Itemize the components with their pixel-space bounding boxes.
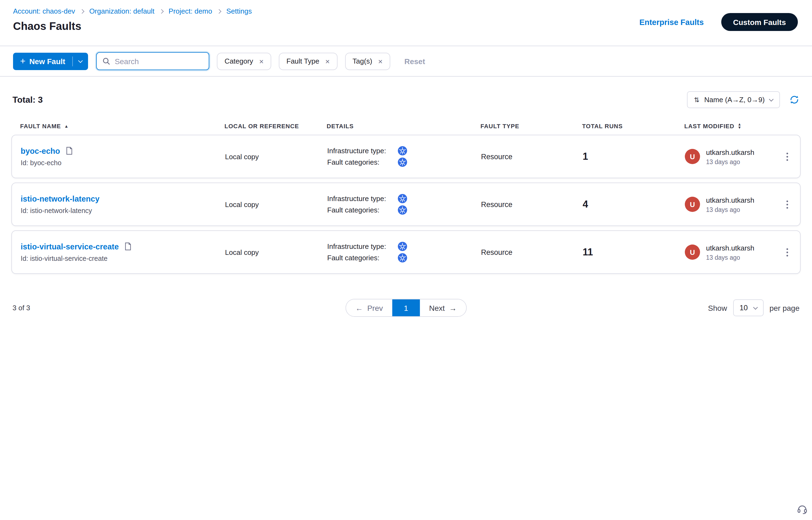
breadcrumb-account[interactable]: Account: chaos-dev bbox=[13, 7, 75, 15]
filter-category[interactable]: Category × bbox=[217, 52, 271, 70]
row-menu-button[interactable] bbox=[783, 149, 791, 164]
column-label: FAULT TYPE bbox=[480, 123, 519, 129]
close-icon[interactable]: × bbox=[259, 57, 263, 65]
details-cell: Infrastructure type: Fault categories: bbox=[327, 145, 481, 169]
modified-date: 13 days ago bbox=[706, 158, 754, 165]
last-modified-cell: U utkarsh.utkarsh 13 days ago bbox=[685, 196, 774, 213]
fault-id: Id: istio-network-latency bbox=[21, 207, 225, 214]
column-total-runs: TOTAL RUNS bbox=[582, 123, 684, 129]
chevron-down-icon bbox=[753, 305, 758, 309]
infrastructure-type-label: Infrastructure type: bbox=[327, 195, 398, 203]
enterprise-faults-link[interactable]: Enterprise Faults bbox=[639, 18, 704, 26]
breadcrumb-project[interactable]: Project: demo bbox=[169, 7, 212, 15]
total-runs-value: 1 bbox=[583, 151, 685, 162]
kubernetes-icon bbox=[398, 147, 407, 156]
next-label: Next bbox=[429, 304, 445, 312]
column-fault-name[interactable]: FAULT NAME ▲ bbox=[20, 123, 225, 129]
avatar: U bbox=[685, 149, 700, 164]
fault-name-cell: istio-virtual-service-create Id: istio-v… bbox=[21, 242, 225, 262]
avatar: U bbox=[685, 197, 700, 212]
sort-dropdown[interactable]: ⇅ Name (A→Z, 0→9) bbox=[687, 91, 780, 108]
filter-fault-type[interactable]: Fault Type × bbox=[279, 52, 337, 70]
pagination-range: 3 of 3 bbox=[12, 304, 30, 312]
main-content: Total: 3 ⇅ Name (A→Z, 0→9) bbox=[0, 77, 812, 317]
new-fault-dropdown-button[interactable] bbox=[73, 52, 88, 70]
fault-type-value: Resource bbox=[481, 248, 583, 256]
new-fault-split-button: + New Fault bbox=[13, 52, 88, 70]
chevron-right-icon bbox=[217, 9, 222, 14]
breadcrumb-settings[interactable]: Settings bbox=[226, 7, 252, 15]
sort-label: Name (A→Z, 0→9) bbox=[704, 96, 765, 104]
search-box bbox=[96, 52, 209, 70]
chevron-right-icon bbox=[159, 9, 164, 14]
fault-categories-label: Fault categories: bbox=[327, 206, 398, 214]
close-icon[interactable]: × bbox=[378, 57, 383, 65]
details-cell: Infrastructure type: Fault categories: bbox=[327, 240, 481, 264]
manifest-icon bbox=[66, 147, 73, 155]
column-label: LAST MODIFIED bbox=[684, 123, 734, 129]
page-size-select[interactable]: 10 bbox=[733, 300, 763, 316]
header-actions: Enterprise Faults Custom Faults bbox=[639, 13, 798, 31]
refresh-icon bbox=[789, 95, 800, 105]
new-fault-button[interactable]: + New Fault bbox=[13, 52, 72, 70]
infrastructure-type-label: Infrastructure type: bbox=[327, 147, 398, 155]
column-label: FAULT NAME bbox=[20, 123, 61, 129]
chevron-down-icon bbox=[769, 97, 774, 101]
reset-filters-button[interactable]: Reset bbox=[404, 57, 425, 66]
column-label: TOTAL RUNS bbox=[582, 123, 623, 129]
local-or-reference-value: Local copy bbox=[225, 152, 327, 161]
total-row: Total: 3 ⇅ Name (A→Z, 0→9) bbox=[11, 91, 801, 108]
last-modified-cell: U utkarsh.utkarsh 13 days ago bbox=[685, 244, 774, 261]
fault-type-value: Resource bbox=[481, 200, 583, 208]
fault-categories-label: Fault categories: bbox=[327, 158, 398, 166]
filter-category-label: Category bbox=[225, 57, 253, 65]
support-widget-button[interactable] bbox=[796, 503, 808, 517]
per-page-label: per page bbox=[769, 304, 800, 312]
modified-date: 13 days ago bbox=[706, 206, 754, 213]
page-number-button[interactable]: 1 bbox=[392, 300, 420, 316]
modified-by-user: utkarsh.utkarsh bbox=[706, 196, 754, 204]
fault-row-istio-virtual-service-create: istio-virtual-service-create Id: istio-v… bbox=[11, 230, 801, 274]
filter-tags[interactable]: Tag(s) × bbox=[345, 52, 390, 70]
fault-name-link[interactable]: byoc-echo bbox=[21, 147, 60, 155]
total-runs-value: 4 bbox=[583, 199, 685, 210]
kubernetes-icon bbox=[398, 158, 407, 167]
fault-name-cell: byoc-echo Id: byoc-echo bbox=[21, 147, 225, 166]
row-menu-button[interactable] bbox=[783, 245, 791, 259]
arrow-right-icon: → bbox=[449, 304, 457, 312]
row-menu-button[interactable] bbox=[783, 197, 791, 212]
refresh-button[interactable] bbox=[789, 95, 800, 105]
column-last-modified[interactable]: LAST MODIFIED ▲▼ bbox=[684, 123, 775, 129]
kubernetes-icon bbox=[398, 242, 407, 251]
fault-row-byoc-echo: byoc-echo Id: byoc-echo Local copy Infra… bbox=[11, 135, 801, 178]
page-size-value: 10 bbox=[739, 304, 747, 312]
chevron-right-icon bbox=[80, 9, 84, 14]
filter-fault-type-label: Fault Type bbox=[286, 57, 319, 65]
modified-by-user: utkarsh.utkarsh bbox=[706, 244, 754, 252]
headset-icon bbox=[796, 503, 808, 515]
custom-faults-button[interactable]: Custom Faults bbox=[721, 13, 798, 31]
kubernetes-icon bbox=[398, 205, 407, 215]
sort-ascending-icon: ▲ bbox=[64, 124, 69, 129]
kubernetes-icon bbox=[398, 194, 407, 204]
total-count: Total: 3 bbox=[12, 95, 43, 105]
column-details: DETAILS bbox=[327, 123, 480, 129]
search-input[interactable] bbox=[115, 57, 203, 66]
prev-label: Prev bbox=[367, 304, 383, 312]
breadcrumb-organization[interactable]: Organization: default bbox=[89, 7, 154, 15]
page-size-area: Show 10 per page bbox=[708, 300, 800, 316]
fault-id: Id: byoc-echo bbox=[21, 159, 225, 166]
next-page-button[interactable]: Next → bbox=[420, 300, 466, 316]
sort-area: ⇅ Name (A→Z, 0→9) bbox=[687, 91, 800, 108]
fault-name-link[interactable]: istio-network-latency bbox=[21, 194, 99, 203]
pager: ← Prev 1 Next → bbox=[346, 299, 466, 317]
close-icon[interactable]: × bbox=[325, 57, 330, 65]
sort-both-icon: ▲▼ bbox=[738, 123, 742, 129]
kubernetes-icon bbox=[398, 253, 407, 262]
details-cell: Infrastructure type: Fault categories: bbox=[327, 192, 481, 216]
sort-updown-icon: ⇅ bbox=[694, 96, 699, 104]
search-icon bbox=[102, 57, 110, 65]
fault-id: Id: istio-virtual-service-create bbox=[21, 255, 225, 262]
prev-page-button[interactable]: ← Prev bbox=[346, 300, 392, 316]
fault-name-link[interactable]: istio-virtual-service-create bbox=[21, 242, 119, 251]
